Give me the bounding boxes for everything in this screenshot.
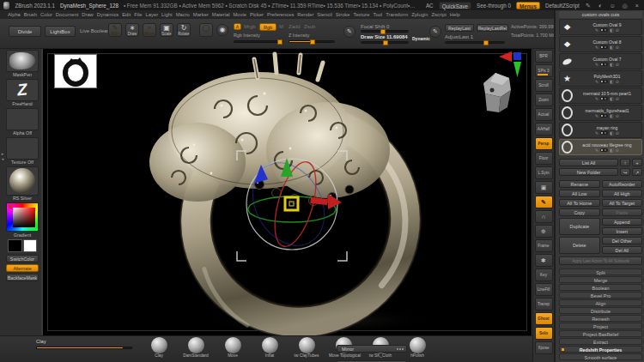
pen-grid-icon[interactable]: ✎ xyxy=(585,2,592,9)
subtool-item[interactable]: Custom Oval 7 ✎ ◧ ⊘ xyxy=(559,53,642,69)
all-to-target-button[interactable]: All To Target xyxy=(602,199,643,207)
right-shelf-button[interactable] xyxy=(535,254,553,267)
menu-item[interactable]: Dynamics xyxy=(97,12,118,17)
autoreorder-button[interactable]: AutoReorder xyxy=(602,180,643,188)
subpalette-header[interactable]: Project BasRelief xyxy=(559,330,642,337)
remesh-union-icon[interactable]: ◧ xyxy=(610,45,614,50)
current-brush-slider[interactable] xyxy=(36,347,132,349)
subpalette-header[interactable]: Merge xyxy=(559,276,642,283)
gizmo-3d-toggle[interactable]: ◯ xyxy=(199,23,213,37)
right-shelf-button[interactable]: Actual xyxy=(535,108,553,121)
close-icon[interactable]: × xyxy=(634,2,641,9)
adjust-curve-icon[interactable]: ✎ xyxy=(429,26,441,38)
left-shelf-slot[interactable]: Texture Off xyxy=(6,137,39,166)
mask-icon[interactable]: ⊘ xyxy=(616,130,619,136)
subtool-item[interactable]: mayan ring ✎ ◧ ⊘ xyxy=(559,122,642,138)
right-shelf-button[interactable]: Persp xyxy=(535,137,553,150)
right-shelf-button[interactable]: Scroll xyxy=(535,79,553,92)
all-high-button[interactable]: All High xyxy=(602,190,643,197)
right-shelf-button[interactable]: Frame xyxy=(535,239,553,252)
paste-button[interactable]: Paste xyxy=(602,208,643,216)
brush-slot[interactable]: Clay xyxy=(144,337,173,359)
zsub-button[interactable]: Zsub xyxy=(304,24,315,29)
insert-button[interactable]: Insert xyxy=(602,227,643,235)
right-shelf-button[interactable] xyxy=(535,181,553,194)
menu-item[interactable]: Draw xyxy=(82,12,94,17)
all-low-button[interactable]: All Low xyxy=(559,190,600,197)
menu-item[interactable]: Stencil xyxy=(317,12,331,17)
menu-item[interactable]: Help xyxy=(450,12,460,17)
subpalette-header[interactable]: Project xyxy=(559,323,642,329)
lightbox-button[interactable]: LightBox xyxy=(45,26,76,37)
subtool-item[interactable]: Custom Oval 8 ✎ ◧ ⊘ xyxy=(559,36,642,52)
menu-item[interactable]: Movie xyxy=(233,12,246,17)
replay-last-button[interactable]: ReplayLast xyxy=(445,24,474,32)
menu-item[interactable]: Zscript xyxy=(431,12,446,17)
subtool-item[interactable]: Custom Oval 9 ✎ ◧ ⊘ xyxy=(559,19,642,35)
remesh-union-icon[interactable]: ◧ xyxy=(610,130,614,136)
replay-last-rel-button[interactable]: ReplayLastRel xyxy=(477,24,508,32)
right-shelf-button[interactable]: Zoom xyxy=(535,94,553,106)
mrgb-button[interactable]: Mrgb xyxy=(244,24,256,29)
right-shelf-button[interactable]: LineFill xyxy=(535,283,553,296)
polypaint-icon[interactable]: ✎ xyxy=(595,45,598,50)
menu-item[interactable]: Stroke xyxy=(336,12,350,17)
right-shelf-button[interactable]: Ghost xyxy=(535,312,553,325)
quicksave-button[interactable]: QuickSave xyxy=(439,2,471,9)
remesh-union-icon[interactable]: ◧ xyxy=(610,96,614,101)
menu-item[interactable]: Preferences xyxy=(267,12,294,17)
rename-button[interactable]: Rename xyxy=(559,180,600,188)
polypaint-icon[interactable]: ✎ xyxy=(595,96,598,101)
draw-size-slider[interactable] xyxy=(361,41,409,44)
subpalette-header[interactable]: Redshift Properties xyxy=(559,346,642,353)
m-button[interactable]: M xyxy=(279,24,283,29)
right-shelf-button[interactable]: Solo xyxy=(535,327,553,340)
left-shelf-slot[interactable]: Alpha Off xyxy=(6,108,39,136)
right-shelf-button[interactable]: SPix 3 xyxy=(535,64,553,77)
right-shelf-button[interactable] xyxy=(535,210,553,223)
subpalette-header[interactable]: Boolean xyxy=(559,284,642,291)
copy-button[interactable]: Copy xyxy=(559,208,600,216)
sculptris-pro-toggle[interactable]: ◉ xyxy=(216,24,228,36)
menu-item[interactable]: Layer xyxy=(146,12,159,17)
polypaint-icon[interactable]: ✎ xyxy=(595,62,598,67)
mode-button[interactable]: ∗ Draw xyxy=(125,23,139,37)
subpalette-header[interactable]: Align xyxy=(559,299,642,306)
mask-icon[interactable]: ⊘ xyxy=(616,79,619,84)
rgb-button[interactable]: Rgb xyxy=(259,23,276,31)
visibility-eye-icon[interactable] xyxy=(600,97,608,100)
mask-icon[interactable]: ⊘ xyxy=(616,45,619,50)
mask-icon[interactable]: ⊘ xyxy=(616,148,619,153)
subtool-item[interactable]: acid nouveau filegree ring ✎ ◧ ⊘ xyxy=(559,139,642,155)
remesh-union-icon[interactable]: ◧ xyxy=(610,27,614,33)
menu-item[interactable]: Material xyxy=(212,12,230,17)
left-shelf-slot[interactable]: MaskPen xyxy=(6,50,39,78)
subpalette-header[interactable]: Extract xyxy=(559,338,642,345)
subtool-item[interactable]: PolyMesh3D1 ✎ ◧ ⊘ xyxy=(559,70,642,87)
mask-icon[interactable]: ⊘ xyxy=(616,96,619,101)
anchor-toggle[interactable]: A xyxy=(234,23,241,30)
menu-item[interactable]: Alpha xyxy=(8,12,21,17)
menu-item[interactable]: Transform xyxy=(386,12,408,17)
visibility-eye-icon[interactable] xyxy=(600,45,608,49)
brush-slot[interactable]: DamStandard xyxy=(181,337,210,359)
mode-button[interactable]: ↻ Rotate xyxy=(177,23,191,37)
mode-button[interactable]: ✎ Edit xyxy=(108,23,122,37)
subpalette-header[interactable]: Split xyxy=(559,268,642,275)
alt-color-swatch[interactable] xyxy=(23,239,37,252)
visibility-eye-icon[interactable] xyxy=(600,114,608,118)
menu-item[interactable]: Macro xyxy=(176,12,190,17)
brush-slot[interactable]: hPolish xyxy=(403,337,432,359)
live-boolean-toggle[interactable]: Live Boolean xyxy=(80,28,110,33)
right-shelf-button[interactable] xyxy=(535,225,553,238)
remesh-union-icon[interactable]: ◧ xyxy=(610,113,614,118)
add-subtool-button[interactable]: + xyxy=(632,159,642,166)
mirror-button[interactable]: Mirror xyxy=(337,345,407,353)
z-intensity-slider[interactable] xyxy=(289,40,335,43)
menu-item[interactable]: Color xyxy=(40,12,52,17)
gizmo-3d[interactable] xyxy=(235,149,349,262)
duplicate-button[interactable]: Duplicate xyxy=(559,218,600,235)
adjust-last-slider[interactable] xyxy=(445,41,505,44)
gradient-toggle[interactable]: Gradient xyxy=(6,232,39,238)
right-shelf-button[interactable]: Key xyxy=(535,268,553,281)
